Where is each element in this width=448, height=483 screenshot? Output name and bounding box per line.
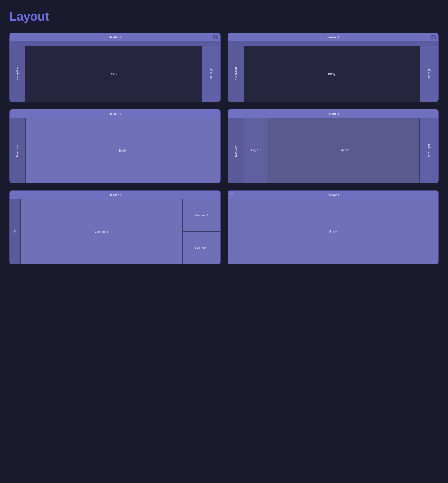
card-body-2: Navigation Body Side Right [228, 41, 439, 102]
card-header-2: Header 1 × [228, 33, 439, 41]
page-title: Layout [9, 9, 439, 23]
nav-panel-2: Navigation [228, 46, 244, 102]
body-sub-1-4: Body 1-1 [244, 118, 267, 183]
close-button-1[interactable]: × [213, 35, 218, 40]
card-header-3: Header 1 [9, 109, 220, 118]
content-right-bottom-5: Content 3 [183, 232, 220, 264]
layout-grid: Header 1 × Navigation Body Side Right [9, 33, 439, 264]
close-icon-2: × [433, 36, 434, 39]
nav-panel-5: Navi [9, 199, 20, 264]
hamburger-icon-6: ☰ [230, 193, 233, 197]
layout-card-6: ☰ Header 1 Body [227, 190, 439, 264]
body-full-6: Body [228, 199, 439, 264]
layout-card-1: Header 1 × Navigation Body Side Right [9, 33, 221, 102]
header-title-3: Header 1 [109, 112, 121, 115]
layout-card-3: Header 1 Navigation Body [9, 109, 221, 183]
content-row-6: Body [228, 199, 439, 264]
content-row-3: Navigation Body [9, 118, 220, 183]
content-row-2: Navigation Body Side Right [228, 46, 439, 102]
body-split-4: Body 1-1 Body 1-2 [244, 118, 420, 183]
sub-header-2 [228, 41, 439, 46]
card-body-1: Navigation Body Side Right [9, 41, 220, 102]
close-button-2[interactable]: × [432, 35, 436, 40]
nav-panel-1: Navigation [9, 46, 25, 102]
layout-card-4: Header 1 Navigation Body 1-1 Body 1-2 Si… [227, 109, 439, 183]
content-right-stack-5: Content 2 Content 3 [183, 199, 220, 264]
layout-card-2: Header 1 × Navigation Body Side Right [227, 33, 439, 102]
card-body-5: Navi Content 1 Content 2 Content 3 [9, 199, 220, 264]
card-header-4: Header 1 [228, 109, 439, 118]
card-body-3: Navigation Body [9, 118, 220, 183]
side-right-panel-4: Side Right [420, 118, 439, 183]
side-right-panel-2: Side Right [420, 46, 439, 102]
body-panel-2: Body [244, 46, 420, 102]
layout-card-5: Header 1 Navi Content 1 Content 2 [9, 190, 221, 264]
card-body-6: Body [228, 199, 439, 264]
body-panel-1: Body [25, 46, 202, 102]
nav-panel-4: Navigation [228, 118, 244, 183]
content-right-top-5: Content 2 [183, 199, 220, 232]
close-icon-1: × [215, 36, 216, 39]
content-area-5: Content 1 Content 2 Content 3 [20, 199, 220, 264]
header-title-5: Header 1 [109, 193, 121, 197]
sub-header-1 [9, 41, 220, 46]
content-row-1: Navigation Body Side Right [9, 46, 220, 102]
header-title-6: Header 1 [327, 193, 339, 197]
content-left-5: Content 1 [20, 199, 183, 264]
card-header-1: Header 1 × [9, 33, 220, 41]
content-row-5: Navi Content 1 Content 2 Content 3 [9, 199, 220, 264]
body-sub-2-4: Body 1-2 [267, 118, 419, 183]
nav-panel-3: Navigation [9, 118, 25, 183]
body-panel-3: Body [25, 118, 220, 183]
header-title-2: Header 1 [327, 35, 339, 39]
hamburger-button-6[interactable]: ☰ [230, 193, 233, 197]
card-body-4: Navigation Body 1-1 Body 1-2 Side Right [228, 118, 439, 183]
header-title-1: Header 1 [109, 35, 121, 39]
side-right-panel-1: Side Right [202, 46, 220, 102]
card-header-6: ☰ Header 1 [228, 190, 439, 199]
card-header-5: Header 1 [9, 190, 220, 199]
content-row-4: Navigation Body 1-1 Body 1-2 Side Right [228, 118, 439, 183]
header-title-4: Header 1 [327, 112, 339, 115]
